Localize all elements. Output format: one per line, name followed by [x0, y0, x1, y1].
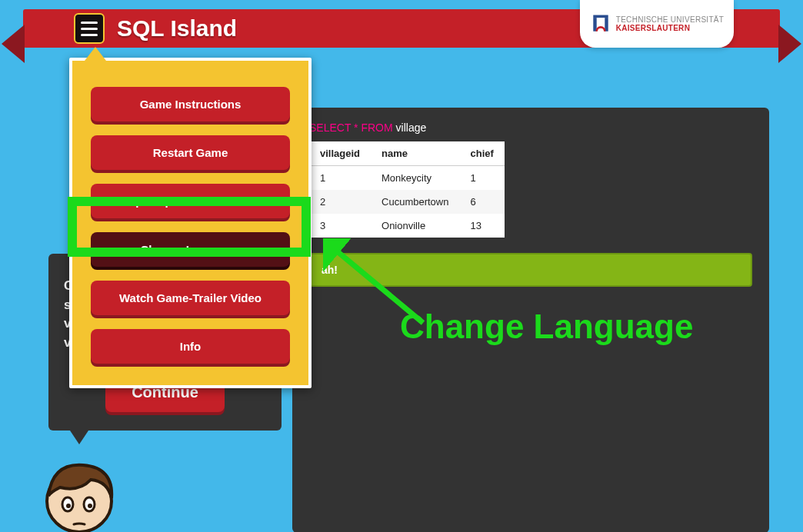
table-row: 3Onionville13 [309, 214, 505, 238]
svg-point-8 [88, 504, 92, 508]
main-menu-dropdown: Game Instructions Restart Game Spiel spe… [69, 58, 312, 388]
hamburger-menu-button[interactable] [74, 13, 105, 44]
university-logo-tab[interactable]: TECHNISCHE UNIVERSITÄT KAISERSLAUTERN [580, 0, 734, 48]
menu-restart-game[interactable]: Restart Game [91, 135, 290, 170]
page-title: SQL Island [117, 15, 237, 42]
table-row: 2Cucumbertown6 [309, 190, 505, 214]
table-row: 1Monkeycity1 [309, 166, 505, 191]
avatar [37, 454, 122, 532]
menu-save-load[interactable]: Spiel speichern / laden [91, 184, 290, 218]
university-name: TECHNISCHE UNIVERSITÄT KAISERSLAUTERN [616, 15, 725, 32]
menu-info[interactable]: Info [91, 329, 290, 364]
menu-watch-trailer[interactable]: Watch Game-Trailer Video [91, 281, 290, 315]
university-gate-icon [590, 12, 611, 35]
sql-query: SELECT * FROM village [309, 121, 752, 134]
col-chief: chief [459, 141, 504, 166]
menu-change-language[interactable]: Change Language [91, 232, 290, 267]
query-result-panel: SELECT * FROM village villageid name chi… [292, 108, 769, 532]
col-name: name [371, 141, 459, 166]
svg-point-7 [66, 504, 71, 508]
menu-game-instructions[interactable]: Game Instructions [91, 87, 290, 121]
col-villageid: villageid [309, 141, 371, 166]
success-message: ah! [309, 253, 752, 287]
result-table: villageid name chief 1Monkeycity1 2Cucum… [309, 141, 505, 238]
svg-rect-0 [593, 15, 608, 18]
